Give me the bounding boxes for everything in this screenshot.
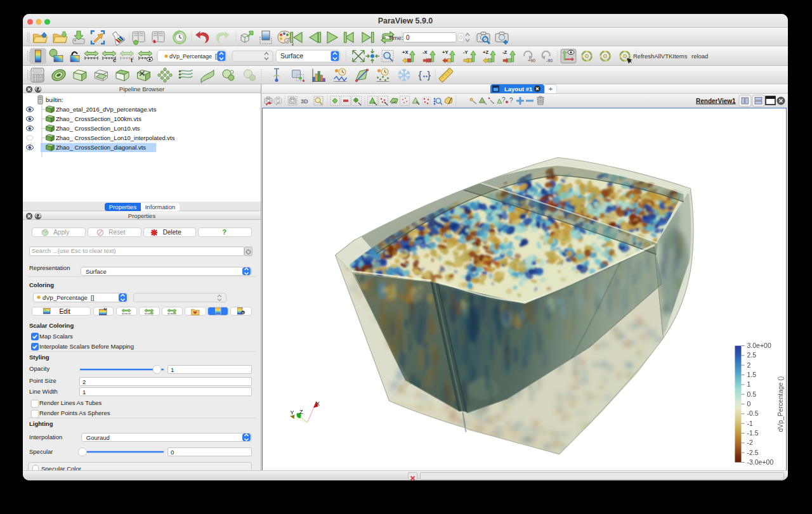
svg-text:-X: -X bbox=[422, 49, 428, 55]
svg-text:-2: -2 bbox=[747, 439, 753, 446]
svg-text:+90: +90 bbox=[528, 58, 535, 63]
svg-text:-1: -1 bbox=[747, 420, 753, 427]
svg-text:-Y: -Y bbox=[463, 49, 468, 55]
svg-text:3.0e+00: 3.0e+00 bbox=[747, 342, 771, 349]
svg-text:-Z: -Z bbox=[502, 49, 507, 55]
svg-text:{: { bbox=[419, 70, 422, 80]
svg-text:1.5: 1.5 bbox=[747, 371, 757, 378]
svg-text:-1.5: -1.5 bbox=[747, 429, 759, 437]
svg-text:?: ? bbox=[502, 96, 506, 103]
svg-text:Time:: Time: bbox=[388, 34, 403, 41]
svg-text:?: ? bbox=[509, 97, 513, 104]
svg-text:1: 1 bbox=[747, 380, 751, 388]
svg-text:Layout #1: Layout #1 bbox=[504, 86, 533, 93]
svg-text:+X: +X bbox=[402, 49, 408, 55]
svg-text:0.5: 0.5 bbox=[747, 390, 757, 398]
svg-text:t: t bbox=[131, 57, 133, 63]
svg-text:Z: Z bbox=[299, 409, 303, 415]
svg-text:-0.5: -0.5 bbox=[747, 409, 759, 417]
svg-text:}: } bbox=[428, 70, 431, 80]
svg-text:-90: -90 bbox=[546, 58, 553, 63]
svg-text:reload: reload bbox=[691, 53, 708, 60]
svg-text:RefreshAllVTKItems: RefreshAllVTKItems bbox=[633, 53, 688, 60]
svg-text:dVp_Percentage (): dVp_Percentage () bbox=[776, 376, 784, 432]
svg-text:0: 0 bbox=[459, 34, 462, 41]
svg-text:RenderView1: RenderView1 bbox=[696, 98, 736, 105]
svg-text:-3.0e+00: -3.0e+00 bbox=[747, 458, 774, 466]
svg-text:Specular Color: Specular Color bbox=[41, 465, 81, 470]
svg-text:0: 0 bbox=[406, 34, 410, 41]
svg-text:+Z: +Z bbox=[483, 49, 488, 55]
svg-text:0: 0 bbox=[747, 400, 751, 408]
svg-text:X: X bbox=[316, 401, 320, 407]
svg-text:e: e bbox=[242, 311, 244, 314]
svg-text:Surface: Surface bbox=[280, 52, 303, 60]
svg-text:2.5: 2.5 bbox=[747, 351, 757, 359]
svg-text:+Y: +Y bbox=[442, 49, 448, 55]
svg-text:dVp_Percentage []: dVp_Percentage [] bbox=[169, 53, 218, 60]
svg-text:Y: Y bbox=[291, 409, 294, 416]
svg-text:2: 2 bbox=[747, 361, 751, 369]
svg-text:-2.5: -2.5 bbox=[747, 449, 759, 456]
svg-text:c: c bbox=[113, 57, 116, 63]
svg-text:3D: 3D bbox=[301, 98, 308, 105]
